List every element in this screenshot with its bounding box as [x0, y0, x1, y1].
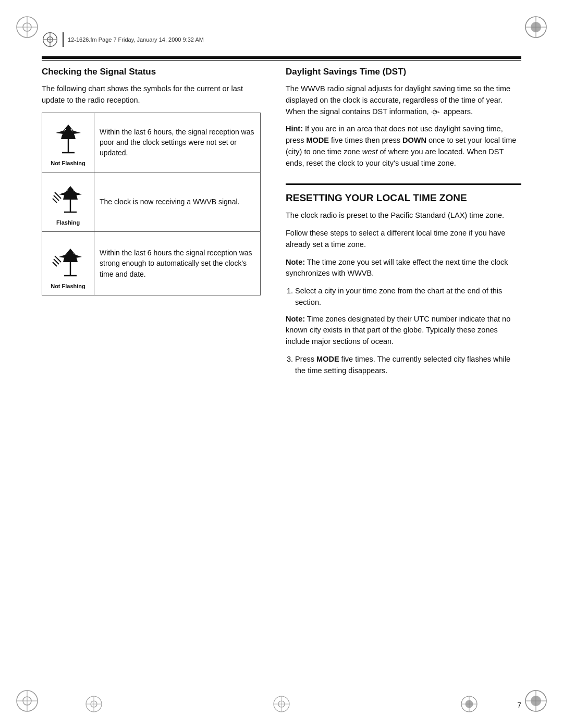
table-row: Not Flashing Within the last 6 hours the…: [42, 231, 261, 295]
description-text-2: The clock is now receiving a WWVB signal…: [100, 198, 239, 206]
header-area: 12-1626.fm Page 7 Friday, January 14, 20…: [42, 31, 521, 48]
reset-note-label: Note:: [286, 258, 305, 266]
svg-line-22: [53, 199, 57, 203]
steps-list: Select a city in your time zone from the…: [295, 286, 521, 376]
dst-appears-text: appears.: [444, 107, 473, 116]
page: 12-1626.fm Page 7 Friday, January 14, 20…: [0, 0, 563, 728]
step-1-text: Select a city in your time zone from the…: [295, 287, 502, 306]
icon-cell-1: Not Flashing: [42, 113, 94, 172]
icon-cell-3: Not Flashing: [42, 231, 94, 295]
description-cell-1: Within the last 6 hours, the signal rece…: [94, 113, 261, 172]
resetting-section: RESETTING YOUR LOCAL TIME ZONE The clock…: [286, 183, 521, 376]
checking-title: Checking the Signal Status: [42, 67, 261, 77]
reset-note-text: The time zone you set will take effect t…: [286, 258, 508, 278]
signal-table: Not Flashing Within the last 6 hours, th…: [42, 113, 261, 296]
bottom-rule: [42, 60, 521, 61]
table-row: Flashing The clock is now receiving a WW…: [42, 172, 261, 231]
description-cell-3: Within the last 6 hours the signal recep…: [94, 231, 261, 295]
dst-para1-text: The WWVB radio signal adjusts for daylig…: [286, 84, 510, 116]
header-reg-mark: [42, 31, 58, 48]
left-column: Checking the Signal Status The following…: [42, 67, 261, 381]
antenna-not-flashing-icon: [52, 236, 85, 278]
dst-para1: The WWVB radio signal adjusts for daylig…: [286, 83, 521, 117]
dst-west-text: west: [362, 147, 378, 156]
right-column: Daylight Savings Time (DST) The WWVB rad…: [286, 67, 521, 381]
main-content: Checking the Signal Status The following…: [42, 67, 521, 686]
description-text-1: Within the last 6 hours, the signal rece…: [100, 128, 254, 157]
step-1: Select a city in your time zone from the…: [295, 286, 521, 309]
svg-line-37: [435, 111, 436, 112]
footer-reg-center: [272, 695, 291, 713]
dst-hint-label: Hint:: [286, 125, 303, 133]
step-2: Press MODE five times. The currently sel…: [295, 354, 521, 377]
description-text-3: Within the last 6 hours the signal recep…: [100, 249, 252, 278]
label-not-flashing-2: Not Flashing: [47, 282, 89, 291]
step-note-label: Note:: [286, 315, 305, 323]
antenna-flashing-icon: [52, 177, 85, 214]
dst-title: Daylight Savings Time (DST): [286, 67, 521, 77]
footer-reg-right: [460, 695, 479, 713]
reg-mark-tl: [15, 15, 40, 40]
dst-mode-label: MODE: [307, 136, 329, 144]
label-not-flashing-1: Not Flashing: [47, 159, 89, 168]
dst-down-label: DOWN: [402, 136, 426, 144]
header-divider: [63, 32, 64, 47]
label-flashing: Flashing: [47, 219, 89, 227]
dst-hint-para: Hint: If you are in an area that does no…: [286, 124, 521, 169]
antenna-plain-icon: [52, 117, 85, 155]
reset-para1: The clock radio is preset to the Pacific…: [286, 210, 521, 221]
svg-text:+: +: [437, 110, 439, 114]
footer-marks: [0, 695, 563, 713]
footer-reg-left: [84, 695, 103, 713]
reset-para2: Follow these steps to select a different…: [286, 228, 521, 251]
checking-intro: The following chart shows the symbols fo…: [42, 83, 261, 106]
step-note: Note: Time zones designated by their UTC…: [286, 314, 521, 348]
header-file-info: 12-1626.fm Page 7 Friday, January 14, 20…: [68, 36, 204, 43]
table-row: Not Flashing Within the last 6 hours, th…: [42, 113, 261, 172]
reset-note-para: Note: The time zone you set will take ef…: [286, 257, 521, 280]
description-cell-2: The clock is now receiving a WWVB signal…: [94, 172, 261, 231]
dst-symbol-icon: +: [431, 108, 442, 116]
columns-layout: Checking the Signal Status The following…: [42, 67, 521, 381]
step-note-para: Note: Time zones designated by their UTC…: [286, 314, 521, 348]
svg-line-27: [53, 262, 57, 266]
icon-cell-2: Flashing: [42, 172, 94, 231]
top-rule: [42, 56, 521, 59]
reg-mark-tr: [523, 15, 548, 40]
step-note-text: Time zones designated by their UTC numbe…: [286, 315, 510, 346]
resetting-title: RESETTING YOUR LOCAL TIME ZONE: [286, 192, 521, 204]
step-2-mode-label: MODE: [316, 355, 339, 363]
